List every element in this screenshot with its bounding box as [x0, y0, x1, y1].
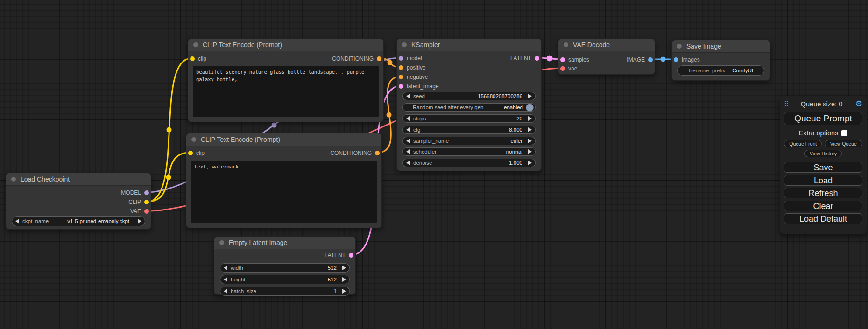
- prev-arrow-icon[interactable]: [224, 266, 227, 270]
- port-dot-latent[interactable]: [399, 84, 403, 89]
- port-dot-latent[interactable]: [535, 56, 539, 61]
- refresh-button[interactable]: Refresh: [784, 188, 862, 198]
- node-clip-text-encode-positive[interactable]: CLIP Text Encode (Prompt) clip CONDITION…: [188, 38, 384, 122]
- widget-height[interactable]: height 512: [220, 275, 350, 284]
- port-output-latent[interactable]: LATENT: [510, 54, 539, 63]
- port-dot-model[interactable]: [144, 190, 149, 195]
- node-vae-decode[interactable]: VAE Decode samples vae IMAGE: [558, 38, 655, 75]
- prev-arrow-icon[interactable]: [406, 139, 410, 143]
- next-arrow-icon[interactable]: [528, 94, 532, 98]
- port-dot-clip[interactable]: [188, 151, 193, 155]
- node-header[interactable]: VAE Decode: [558, 39, 655, 51]
- widget-denoise[interactable]: denoise 1.000: [402, 159, 536, 167]
- widget-ckpt-name[interactable]: ckpt_name v1-5-pruned-emaonly.ckpt: [12, 216, 145, 226]
- port-output-clip[interactable]: CLIP: [128, 197, 149, 207]
- widget-sampler-name[interactable]: sampler_name euler: [402, 137, 536, 145]
- prev-arrow-icon[interactable]: [406, 116, 410, 121]
- port-dot-latent[interactable]: [349, 253, 353, 258]
- node-ksampler[interactable]: KSampler model positive negative latent_…: [396, 38, 542, 171]
- widget-filename-prefix[interactable]: filename_prefix ComfyUI: [677, 65, 764, 76]
- prompt-textarea[interactable]: text, watermark: [191, 161, 377, 223]
- port-dot-image[interactable]: [648, 57, 653, 62]
- port-dot-conditioning[interactable]: [399, 65, 403, 70]
- collapse-dot-icon[interactable]: [677, 44, 682, 49]
- port-output-conditioning[interactable]: CONDITIONING: [330, 148, 380, 158]
- prev-arrow-icon[interactable]: [406, 127, 410, 132]
- port-dot-image[interactable]: [674, 57, 678, 62]
- collapse-dot-icon[interactable]: [191, 137, 196, 142]
- next-arrow-icon[interactable]: [342, 277, 346, 282]
- next-arrow-icon[interactable]: [528, 116, 532, 121]
- collapse-dot-icon[interactable]: [219, 240, 224, 245]
- next-arrow-icon[interactable]: [528, 161, 532, 165]
- next-arrow-icon[interactable]: [138, 219, 141, 224]
- collapse-dot-icon[interactable]: [193, 42, 198, 47]
- collapse-dot-icon[interactable]: [11, 177, 16, 182]
- port-input-negative[interactable]: negative: [399, 72, 428, 82]
- prompt-textarea[interactable]: beautiful scenery nature glass bottle la…: [193, 66, 379, 117]
- port-input-vae[interactable]: vae: [560, 64, 577, 73]
- node-header[interactable]: Load Checkpoint: [6, 173, 151, 186]
- prev-arrow-icon[interactable]: [224, 277, 227, 282]
- port-dot-clip[interactable]: [144, 200, 149, 204]
- port-output-latent[interactable]: LATENT: [325, 251, 353, 260]
- widget-seed[interactable]: seed 156680208700286: [402, 92, 536, 100]
- drag-handle-icon[interactable]: ⠿: [784, 101, 788, 107]
- node-header[interactable]: CLIP Text Encode (Prompt): [188, 39, 383, 51]
- node-clip-text-encode-negative[interactable]: CLIP Text Encode (Prompt) clip CONDITION…: [186, 133, 382, 228]
- widget-cfg[interactable]: cfg 8.000: [402, 126, 536, 134]
- next-arrow-icon[interactable]: [342, 266, 346, 270]
- port-dot-latent[interactable]: [560, 57, 565, 62]
- toggle-circle-icon[interactable]: [526, 104, 534, 112]
- extra-options-checkbox[interactable]: [841, 130, 847, 136]
- next-arrow-icon[interactable]: [528, 139, 532, 143]
- node-load-checkpoint[interactable]: Load Checkpoint MODEL CLIP VAE ckpt_name…: [6, 173, 151, 230]
- widget-batch-size[interactable]: batch_size 1: [220, 287, 350, 296]
- port-input-model[interactable]: model: [399, 54, 422, 63]
- view-queue-button[interactable]: View Queue: [825, 140, 862, 147]
- prev-arrow-icon[interactable]: [406, 161, 410, 165]
- port-dot-model[interactable]: [399, 56, 403, 61]
- collapse-dot-icon[interactable]: [402, 42, 407, 47]
- prev-arrow-icon[interactable]: [15, 219, 19, 224]
- widget-width[interactable]: width 512: [220, 263, 350, 273]
- prev-arrow-icon[interactable]: [406, 149, 410, 154]
- next-arrow-icon[interactable]: [342, 289, 346, 294]
- node-header[interactable]: CLIP Text Encode (Prompt): [186, 133, 381, 146]
- gear-icon[interactable]: ⚙: [855, 100, 862, 108]
- node-empty-latent-image[interactable]: Empty Latent Image LATENT width 512 heig…: [214, 236, 356, 295]
- clear-button[interactable]: Clear: [784, 201, 862, 211]
- port-dot-conditioning[interactable]: [399, 75, 403, 79]
- widget-steps[interactable]: steps 20: [402, 114, 536, 123]
- node-header[interactable]: Empty Latent Image: [214, 237, 355, 249]
- next-arrow-icon[interactable]: [528, 149, 532, 154]
- port-dot-clip[interactable]: [190, 56, 195, 61]
- node-save-image[interactable]: Save Image images filename_prefix ComfyU…: [671, 40, 770, 81]
- node-header[interactable]: Save Image: [672, 40, 770, 53]
- queue-prompt-button[interactable]: Queue Prompt: [784, 112, 862, 125]
- port-dot-vae[interactable]: [144, 209, 149, 214]
- view-history-button[interactable]: View History: [804, 150, 842, 157]
- collapse-dot-icon[interactable]: [564, 42, 568, 47]
- queue-front-button[interactable]: Queue Front: [784, 140, 822, 147]
- port-input-clip[interactable]: clip: [190, 54, 206, 63]
- port-input-latent-image[interactable]: latent_image: [399, 82, 439, 91]
- next-arrow-icon[interactable]: [528, 127, 532, 132]
- port-input-clip[interactable]: clip: [188, 148, 205, 158]
- prev-arrow-icon[interactable]: [224, 289, 227, 294]
- port-output-conditioning[interactable]: CONDITIONING: [332, 54, 381, 63]
- load-default-button[interactable]: Load Default: [784, 213, 862, 224]
- port-dot-conditioning[interactable]: [375, 151, 380, 155]
- port-dot-conditioning[interactable]: [377, 56, 381, 61]
- node-header[interactable]: KSampler: [397, 39, 541, 51]
- save-button[interactable]: Save: [784, 162, 862, 173]
- port-input-samples[interactable]: samples: [560, 55, 589, 64]
- widget-random-seed-toggle[interactable]: Random seed after every gen enabled: [402, 103, 536, 112]
- port-dot-vae[interactable]: [560, 66, 565, 71]
- load-button[interactable]: Load: [784, 175, 862, 186]
- port-output-model[interactable]: MODEL: [121, 188, 149, 197]
- port-output-vae[interactable]: VAE: [130, 207, 149, 216]
- prev-arrow-icon[interactable]: [406, 94, 410, 98]
- port-input-positive[interactable]: positive: [399, 63, 426, 72]
- widget-scheduler[interactable]: scheduler normal: [402, 147, 536, 156]
